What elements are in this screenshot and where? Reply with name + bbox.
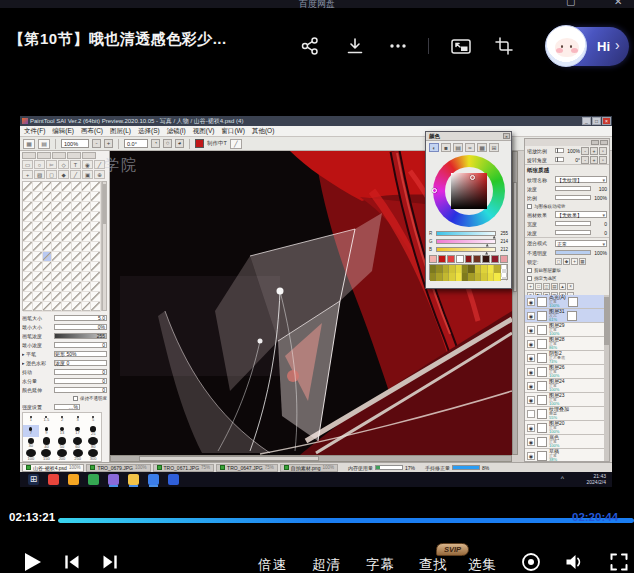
- layer-toolbar-icon[interactable]: □: [535, 283, 542, 290]
- brush-preset[interactable]: [62, 182, 72, 192]
- brush-size-preset[interactable]: 50: [54, 437, 70, 449]
- layer-row[interactable]: ◉高光(A)正常100%: [525, 295, 610, 309]
- document-tab[interactable]: TRO_0671.JPG75%: [153, 464, 215, 472]
- brush-size-preset[interactable]: 2: [54, 413, 70, 425]
- scratch-swatch[interactable]: [501, 273, 507, 281]
- brush-preset[interactable]: [82, 252, 92, 262]
- taskbar-app-photo-icon[interactable]: [108, 474, 119, 485]
- layer-visibility-icon[interactable]: ◉: [527, 326, 535, 334]
- effect-row-dropdown[interactable]: 【无效果】▾: [555, 211, 607, 218]
- video-frame[interactable]: PaintTool SAI Ver.2 (64bit) Preview.2020…: [0, 70, 634, 505]
- layer-row[interactable]: 纹理叠加覆盖55%: [525, 407, 610, 421]
- layer-thumbnail[interactable]: [537, 395, 547, 405]
- brush-preset[interactable]: [33, 272, 43, 282]
- sai-menu-item[interactable]: 编辑(E): [52, 127, 74, 136]
- layer-mask-thumbnail[interactable]: [567, 311, 577, 321]
- brush-preset[interactable]: [82, 192, 92, 202]
- sai-tool-icon[interactable]: +: [22, 170, 33, 179]
- layer-visibility-icon[interactable]: ◉: [527, 340, 535, 348]
- color-swatch[interactable]: [429, 255, 437, 263]
- brush-preset[interactable]: [91, 262, 101, 272]
- brush-preset[interactable]: [33, 292, 43, 302]
- brush-preset[interactable]: [62, 212, 72, 222]
- color-wheel[interactable]: [432, 154, 506, 228]
- brush-preset[interactable]: [72, 232, 82, 242]
- slider-track[interactable]: 0: [54, 378, 107, 384]
- layer-visibility-icon[interactable]: ◉: [527, 298, 535, 306]
- brush-preset[interactable]: [33, 232, 43, 242]
- brush-preset[interactable]: [23, 192, 33, 202]
- brush-preset[interactable]: [52, 182, 62, 192]
- param-slider[interactable]: 5.0: [54, 315, 107, 321]
- brush-preset[interactable]: [52, 282, 62, 292]
- color-swatch[interactable]: [447, 255, 455, 263]
- nav-slider[interactable]: [555, 157, 564, 162]
- param-slider[interactable]: 0: [54, 342, 107, 348]
- color-slider[interactable]: [436, 247, 496, 252]
- brush-preset[interactable]: [62, 252, 72, 262]
- lock-pixels-icon[interactable]: ◆: [563, 258, 570, 265]
- brush-size-preset[interactable]: 1.5: [39, 413, 55, 425]
- color-swatch[interactable]: [438, 255, 446, 263]
- color-panel-tool-icon[interactable]: ▤: [453, 143, 463, 152]
- brush-preset[interactable]: [23, 222, 33, 232]
- panel-tab[interactable]: [82, 152, 96, 159]
- brush-preset[interactable]: [52, 262, 62, 272]
- brush-size-preset[interactable]: 13: [54, 425, 70, 437]
- brush-size-preset[interactable]: 25: [85, 425, 101, 437]
- canvas-hscrollbar[interactable]: [110, 455, 512, 462]
- layer-visibility-icon[interactable]: ◉: [527, 354, 535, 362]
- brush-preset[interactable]: [23, 292, 33, 302]
- sai-tool-icon[interactable]: ◆: [58, 170, 69, 179]
- brush-preset[interactable]: [52, 292, 62, 302]
- subtitles-button[interactable]: 字幕: [366, 556, 395, 573]
- snap-toggle-icon[interactable]: ▤: [38, 139, 50, 149]
- sai-menu-item[interactable]: 滤镜(I): [167, 127, 186, 136]
- color-panel-tool-icon[interactable]: ■: [441, 143, 451, 152]
- brush-size-preset[interactable]: 5: [85, 413, 101, 425]
- slider-thumb[interactable]: [485, 252, 488, 255]
- brush-preset[interactable]: [91, 252, 101, 262]
- brush-preset[interactable]: [43, 232, 53, 242]
- brush-size-preset[interactable]: 17: [70, 425, 86, 437]
- brush-preset[interactable]: [82, 222, 92, 232]
- sai-tool-icon[interactable]: ○: [34, 160, 45, 169]
- layer-visibility-icon[interactable]: [527, 410, 535, 418]
- brush-preset[interactable]: [33, 222, 43, 232]
- taskbar-app-folder-icon[interactable]: [128, 474, 139, 485]
- keep-opacity-checkbox[interactable]: [73, 396, 78, 401]
- brush-preset[interactable]: [43, 282, 53, 292]
- brush-preset[interactable]: [23, 232, 33, 242]
- brush-preset[interactable]: [62, 272, 72, 282]
- layer-row[interactable]: ◉图层23正常100%: [525, 393, 610, 407]
- color-panel-close-icon[interactable]: ×: [503, 133, 510, 139]
- layer-visibility-icon[interactable]: ◉: [527, 312, 535, 320]
- nav-button[interactable]: +: [590, 147, 598, 155]
- brush-preset[interactable]: [91, 222, 101, 232]
- brush-preset[interactable]: [43, 212, 53, 222]
- brush-preset[interactable]: [82, 272, 92, 282]
- brush-preset[interactable]: [62, 202, 72, 212]
- brush-preset[interactable]: [33, 242, 43, 252]
- zoom-out-button[interactable]: -: [92, 139, 101, 148]
- nav-button[interactable]: -: [581, 156, 589, 164]
- taskbar-clock[interactable]: 21:43 2024/2/4: [587, 473, 606, 485]
- panel-tab[interactable]: [22, 152, 36, 159]
- brush-preset[interactable]: [72, 222, 82, 232]
- texture-row-slider[interactable]: [555, 195, 591, 200]
- rotate-reset-button[interactable]: ○: [163, 139, 172, 148]
- zoom-in-button[interactable]: +: [104, 139, 113, 148]
- sv-marker[interactable]: [470, 175, 475, 180]
- sai-tool-icon[interactable]: ◉: [82, 160, 93, 169]
- sai-menu-item[interactable]: 视图(V): [193, 127, 215, 136]
- layer-row[interactable]: ◉图层26正常100%: [525, 365, 610, 379]
- brush-preset[interactable]: [23, 302, 33, 312]
- sai-menu-item[interactable]: 窗口(W): [221, 127, 244, 136]
- brush-preset[interactable]: [82, 182, 92, 192]
- clipping-mask-checkbox[interactable]: [527, 268, 532, 273]
- brush-preset[interactable]: [82, 262, 92, 272]
- taskbar-app-green-icon[interactable]: [88, 474, 99, 485]
- taskbar-app-red-icon[interactable]: [48, 474, 59, 485]
- layer-toolbar-icon[interactable]: ▤: [551, 283, 558, 290]
- color-swatch[interactable]: [473, 255, 481, 263]
